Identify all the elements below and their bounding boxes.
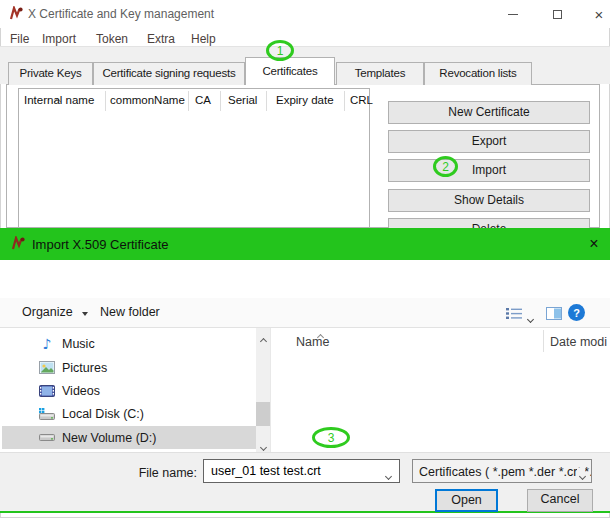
sidebar-item-pictures[interactable]: Pictures bbox=[2, 356, 256, 379]
sidebar-item-label: Pictures bbox=[62, 361, 107, 375]
sidebar-item-music[interactable]: ♪ Music bbox=[2, 332, 256, 355]
tab-certificates[interactable]: Certificates bbox=[245, 57, 335, 85]
sidebar-item-label: Videos bbox=[62, 384, 100, 398]
column-divider bbox=[266, 91, 267, 111]
new-folder-button[interactable]: New folder bbox=[100, 305, 160, 319]
import-button[interactable]: Import bbox=[388, 159, 590, 182]
divider bbox=[270, 328, 271, 452]
sidebar-item-local-disk-c[interactable]: Local Disk (C:) bbox=[2, 402, 256, 425]
column-header-name[interactable]: Name bbox=[296, 335, 329, 349]
file-name-input[interactable] bbox=[205, 461, 375, 481]
help-icon[interactable]: ? bbox=[568, 304, 585, 321]
close-icon[interactable]: × bbox=[584, 0, 610, 28]
music-icon: ♪ bbox=[38, 337, 56, 351]
sidebar-item-label: Music bbox=[62, 337, 95, 351]
tab-private-keys[interactable]: Private Keys bbox=[8, 62, 93, 85]
show-details-button[interactable]: Show Details bbox=[388, 189, 590, 212]
organize-caret-icon bbox=[82, 312, 88, 316]
screenshot-root: { "annotations": { "step_1": "1", "step_… bbox=[0, 0, 610, 518]
annotation-step-1: 1 bbox=[266, 40, 294, 61]
tab-templates[interactable]: Templates bbox=[336, 62, 424, 85]
scroll-up-icon[interactable] bbox=[261, 333, 266, 347]
import-certificate-dialog: Import X.509 Certificate × ← → ↑ « work … bbox=[0, 228, 610, 513]
menu-help[interactable]: Help bbox=[191, 32, 216, 46]
organize-button[interactable]: Organize bbox=[22, 305, 88, 319]
xca-app-icon bbox=[8, 6, 24, 25]
combo-dropdown-icon[interactable] bbox=[386, 468, 391, 482]
combo-dropdown-icon[interactable] bbox=[577, 468, 585, 482]
sidebar-item-label: Local Disk (C:) bbox=[62, 407, 144, 421]
column-header-ca[interactable]: CA bbox=[195, 94, 211, 106]
menu-extra[interactable]: Extra bbox=[147, 32, 175, 46]
column-header-date-modified[interactable]: Date modi bbox=[550, 335, 607, 349]
sidebar-item-label: New Volume (D:) bbox=[62, 431, 156, 445]
maximize-icon[interactable] bbox=[542, 0, 572, 28]
menu-token[interactable]: Token bbox=[96, 32, 128, 46]
column-header-crl[interactable]: CRL bbox=[350, 94, 373, 106]
file-type-value: Certificates ( *.pem *.der *.crt *. bbox=[419, 465, 592, 479]
minimize-icon[interactable] bbox=[498, 0, 528, 28]
local-disk-icon bbox=[38, 408, 56, 420]
pictures-icon bbox=[38, 361, 56, 374]
certificates-table: Internal name commonName CA Serial Expir… bbox=[18, 88, 370, 228]
navigation-bar: ← → ↑ « work › test bbox=[0, 260, 610, 298]
dialog-toolbar: Organize New folder ? bbox=[0, 298, 610, 328]
column-divider bbox=[188, 91, 189, 111]
annotation-step-3: 3 bbox=[312, 427, 350, 448]
close-glyph: × bbox=[595, 7, 604, 22]
column-divider bbox=[344, 91, 345, 111]
sidebar-item-videos[interactable]: Videos bbox=[2, 379, 256, 402]
scrollbar-thumb[interactable] bbox=[256, 402, 270, 426]
column-divider bbox=[543, 330, 544, 352]
sidebar-item-new-volume-d[interactable]: New Volume (D:) bbox=[2, 426, 256, 449]
column-header-expiry-date[interactable]: Expiry date bbox=[276, 94, 334, 106]
column-header-internal-name[interactable]: Internal name bbox=[24, 94, 94, 106]
tab-certificate-signing-requests[interactable]: Certificate signing requests bbox=[93, 62, 245, 85]
dialog-title: Import X.509 Certificate bbox=[32, 237, 169, 252]
scroll-down-icon[interactable] bbox=[261, 439, 266, 453]
column-divider bbox=[105, 91, 106, 111]
cancel-button[interactable]: Cancel bbox=[527, 489, 593, 512]
minimize-glyph bbox=[508, 14, 518, 15]
view-details-icon[interactable] bbox=[506, 307, 523, 323]
videos-icon bbox=[38, 385, 56, 397]
main-window-titlebar: X Certificate and Key management × bbox=[0, 0, 610, 28]
new-certificate-button[interactable]: New Certificate bbox=[388, 101, 590, 124]
dialog-border bbox=[0, 511, 610, 513]
column-divider bbox=[220, 91, 221, 111]
xca-dialog-icon bbox=[10, 236, 26, 255]
dialog-footer: File name: Certificates ( *.pem *.der *.… bbox=[0, 452, 610, 511]
export-button[interactable]: Export bbox=[388, 130, 590, 153]
main-window-title: X Certificate and Key management bbox=[28, 7, 214, 21]
open-button[interactable]: Open bbox=[435, 489, 498, 512]
sidebar-scrollbar[interactable] bbox=[256, 328, 270, 452]
tab-revocation-lists[interactable]: Revocation lists bbox=[424, 62, 532, 85]
column-header-serial[interactable]: Serial bbox=[228, 94, 257, 106]
menu-import[interactable]: Import bbox=[42, 32, 76, 46]
annotation-step-2: 2 bbox=[433, 156, 458, 177]
dialog-close-icon[interactable]: × bbox=[578, 228, 610, 260]
dialog-content: ♪ Music Pictures bbox=[0, 328, 610, 452]
column-header-commonname[interactable]: commonName bbox=[110, 94, 185, 106]
drive-icon bbox=[38, 433, 56, 443]
view-options-caret-icon[interactable] bbox=[528, 311, 533, 325]
file-type-combobox[interactable]: Certificates ( *.pem *.der *.crt *. bbox=[412, 459, 592, 483]
maximize-glyph bbox=[553, 10, 562, 19]
menu-file[interactable]: File bbox=[10, 32, 29, 46]
file-name-combobox[interactable] bbox=[203, 459, 400, 483]
file-name-label: File name: bbox=[120, 466, 197, 480]
dialog-titlebar[interactable]: Import X.509 Certificate × bbox=[0, 228, 610, 260]
preview-pane-icon[interactable] bbox=[546, 307, 562, 323]
